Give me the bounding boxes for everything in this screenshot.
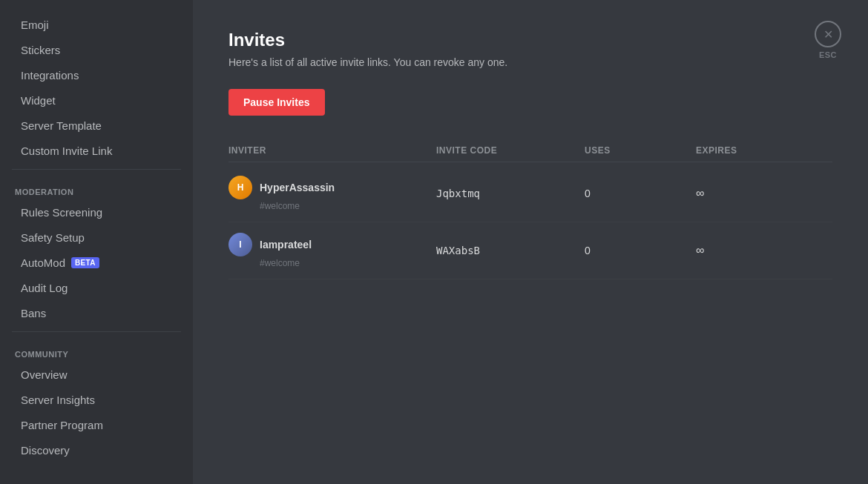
esc-button[interactable]: ✕ ESC xyxy=(815,21,841,59)
divider-community xyxy=(12,331,181,332)
sidebar-item-widget[interactable]: Widget xyxy=(6,88,187,113)
inviter-channel-1: #welcome xyxy=(228,201,436,211)
table-row: H HyperAssassin #welcome Jqbxtmq 0 ∞ xyxy=(228,165,832,222)
sidebar-community-items: Overview Server Insights Partner Program… xyxy=(0,362,193,463)
section-label-community: COMMUNITY xyxy=(0,338,193,362)
pause-invites-button[interactable]: Pause Invites xyxy=(228,89,325,116)
invite-code-2: WAXabsB xyxy=(436,245,585,256)
sidebar: Emoji Stickers Integrations Widget Serve… xyxy=(0,0,193,484)
sidebar-item-safety-setup[interactable]: Safety Setup xyxy=(6,225,187,250)
sidebar-item-integrations[interactable]: Integrations xyxy=(6,63,187,87)
header-expires: EXPIRES xyxy=(696,145,807,156)
sidebar-item-bans[interactable]: Bans xyxy=(6,301,187,325)
inviter-channel-2: #welcome xyxy=(228,258,436,268)
beta-badge: BETA xyxy=(71,257,99,268)
page-title: Invites xyxy=(228,30,832,50)
invite-code-1: Jqbxtmq xyxy=(436,188,585,199)
invites-table: INVITER INVITE CODE USES EXPIRES H Hyper… xyxy=(228,139,832,279)
esc-label: ESC xyxy=(819,50,837,59)
table-header: INVITER INVITE CODE USES EXPIRES xyxy=(228,139,832,162)
sidebar-moderation-items: Rules Screening Safety Setup AutoMod BET… xyxy=(0,200,193,325)
sidebar-item-audit-log[interactable]: Audit Log xyxy=(6,276,187,300)
table-row: I Iamprateel #welcome WAXabsB 0 ∞ xyxy=(228,222,832,279)
sidebar-item-custom-invite-link[interactable]: Custom Invite Link xyxy=(6,139,187,163)
inviter-cell-1: H HyperAssassin #welcome xyxy=(228,176,436,211)
inviter-cell-2: I Iamprateel #welcome xyxy=(228,233,436,268)
sidebar-item-server-template[interactable]: Server Template xyxy=(6,113,187,138)
header-inviter: INVITER xyxy=(228,145,436,156)
sidebar-item-partner-program[interactable]: Partner Program xyxy=(6,413,187,437)
avatar-2: I xyxy=(228,233,252,256)
avatar-1: H xyxy=(228,176,252,199)
inviter-username-1: HyperAssassin xyxy=(260,182,335,193)
sidebar-item-rules-screening[interactable]: Rules Screening xyxy=(6,200,187,225)
sidebar-item-discovery[interactable]: Discovery xyxy=(6,438,187,463)
sidebar-item-stickers[interactable]: Stickers xyxy=(6,38,187,62)
header-invite-code: INVITE CODE xyxy=(436,145,585,156)
sidebar-item-overview[interactable]: Overview xyxy=(6,362,187,387)
page-subtitle: Here's a list of all active invite links… xyxy=(228,56,832,68)
sidebar-item-automod[interactable]: AutoMod BETA xyxy=(6,251,187,275)
esc-circle-icon: ✕ xyxy=(815,21,841,47)
sidebar-top-items: Emoji Stickers Integrations Widget Serve… xyxy=(0,13,193,163)
sidebar-item-emoji[interactable]: Emoji xyxy=(6,13,187,37)
uses-1: 0 xyxy=(585,188,696,199)
sidebar-item-server-insights[interactable]: Server Insights xyxy=(6,388,187,412)
expires-2: ∞ xyxy=(696,244,807,257)
inviter-username-2: Iamprateel xyxy=(260,239,312,251)
uses-2: 0 xyxy=(585,245,696,256)
expires-1: ∞ xyxy=(696,187,807,200)
section-label-moderation: MODERATION xyxy=(0,176,193,199)
divider-moderation xyxy=(12,169,181,170)
header-uses: USES xyxy=(585,145,696,156)
main-content: ✕ ESC Invites Here's a list of all activ… xyxy=(193,0,868,484)
